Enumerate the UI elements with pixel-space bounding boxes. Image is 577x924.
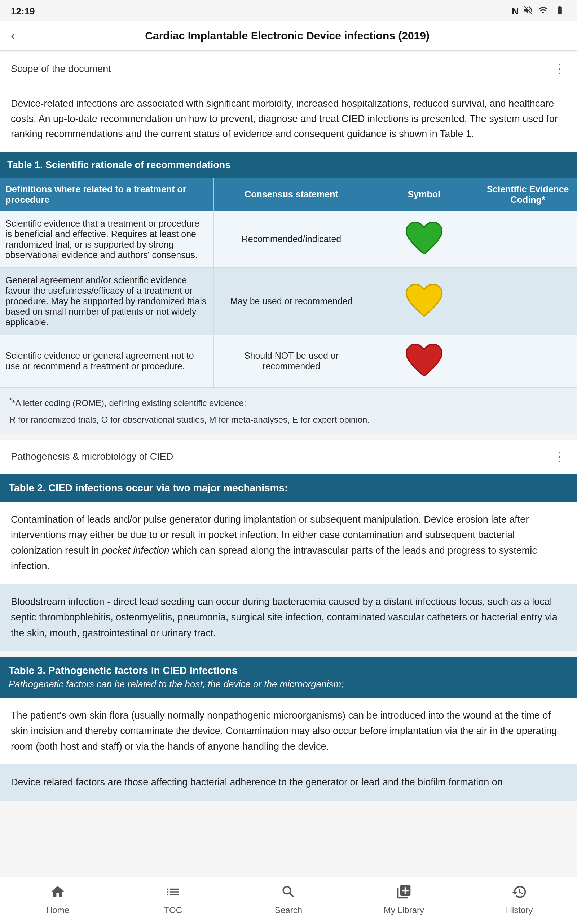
yellow-heart-icon [404,282,444,320]
col-header-definition: Definitions where related to a treatment… [0,178,214,211]
row2-symbol [369,267,479,334]
table3-block1: The patient's own skin flora (usually no… [0,698,577,765]
row3-symbol [369,334,479,387]
table2: Table 2. CIED infections occur via two m… [0,474,577,651]
table1-data: Definitions where related to a treatment… [0,178,577,388]
table-row: Scientific evidence that a treatment or … [0,211,577,267]
row1-coding [479,211,577,267]
table3: Table 3. Pathogenetic factors in CIED in… [0,657,577,801]
battery-icon [553,5,566,17]
table1: Table 1. Scientific rationale of recomme… [0,152,577,434]
n-icon: N [512,6,519,17]
table-row: General agreement and/or scientific evid… [0,267,577,334]
table3-header: Table 3. Pathogenetic factors in CIED in… [0,657,577,698]
row1-consensus: Recommended/indicated [213,211,369,267]
section2-menu[interactable]: ⋮ [553,449,566,465]
back-button[interactable]: ‹ [11,27,16,44]
row1-definition: Scientific evidence that a treatment or … [0,211,214,267]
table2-header: Table 2. CIED infections occur via two m… [0,474,577,502]
table2-block2: Bloodstream infection - direct lead seed… [0,584,577,651]
header: ‹ Cardiac Implantable Electronic Device … [0,21,577,50]
footnote-line1: **A letter coding (ROME), defining exist… [10,396,567,410]
table1-title: Table 1. Scientific rationale of recomme… [7,160,230,170]
table2-title: Table 2. CIED infections occur via two m… [9,482,288,493]
cied-link[interactable]: CIED [342,113,365,124]
col-header-symbol: Symbol [369,178,479,211]
status-icons: N [512,5,566,17]
row2-coding [479,267,577,334]
status-bar: 12:19 N [0,0,577,21]
col-header-consensus: Consensus statement [213,178,369,211]
table1-header: Table 1. Scientific rationale of recomme… [0,152,577,178]
page-title: Cardiac Implantable Electronic Device in… [23,30,566,42]
col-header-coding: Scientific Evidence Coding* [479,178,577,211]
row3-coding [479,334,577,387]
row3-definition: Scientific evidence or general agreement… [0,334,214,387]
wifi-icon [537,5,549,17]
table3-title: Table 3. Pathogenetic factors in CIED in… [9,665,568,677]
table3-block2: Device related factors are those affecti… [0,764,577,800]
footnote-line2: R for randomized trials, O for observati… [10,413,567,426]
row2-definition: General agreement and/or scientific evid… [0,267,214,334]
section1-title: Scope of the document [11,63,111,75]
body-text: Device-related infections are associated… [0,86,577,152]
section2-row[interactable]: Pathogenesis & microbiology of CIED ⋮ [0,440,577,474]
row2-consensus: May be used or recommended [213,267,369,334]
row1-symbol [369,211,479,267]
section1-row[interactable]: Scope of the document ⋮ [0,52,577,86]
green-heart-icon [404,220,444,258]
mute-icon [523,5,533,17]
row3-consensus: Should NOT be used or recommended [213,334,369,387]
table1-footnote: **A letter coding (ROME), defining exist… [0,388,577,434]
table-row: Scientific evidence or general agreement… [0,334,577,387]
section2-title: Pathogenesis & microbiology of CIED [11,451,173,462]
table3-subtitle: Pathogenetic factors can be related to t… [9,678,568,690]
table2-block1: Contamination of leads and/or pulse gene… [0,502,577,584]
time: 12:19 [11,6,35,17]
italic-text: pocket infection [102,545,169,556]
section1-menu[interactable]: ⋮ [553,61,566,76]
red-heart-icon [404,342,444,380]
